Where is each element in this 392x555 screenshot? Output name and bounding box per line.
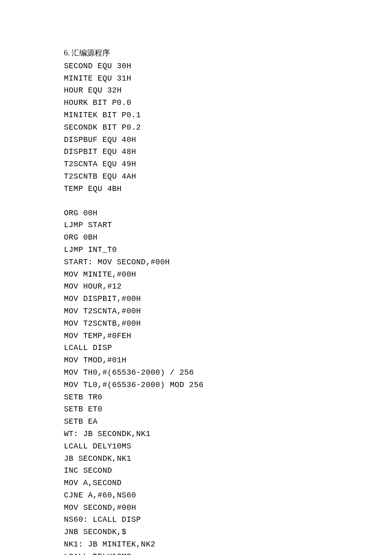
- code-block: SECOND EQU 30HMINITE EQU 31HHOUR EQU 32H…: [64, 60, 328, 555]
- code-line: NK1: JB MINITEK,NK2: [64, 538, 328, 551]
- code-line: MOV T2SCNTB,#00H: [64, 318, 328, 330]
- code-line: ORG 0BH: [64, 231, 328, 244]
- code-line: NS60: LCALL DISP: [64, 514, 328, 526]
- code-line: MOV TL0,#(65536-2000) MOD 256: [64, 379, 328, 391]
- code-line: MINITE EQU 31H: [64, 72, 328, 85]
- code-line: HOURK BIT P0.0: [64, 97, 328, 109]
- code-line: MOV T2SCNTA,#00H: [64, 305, 328, 318]
- code-line: SETB EA: [64, 416, 328, 428]
- code-line: HOUR EQU 32H: [64, 84, 328, 97]
- blank-line: [64, 195, 328, 207]
- code-line: T2SCNTB EQU 4AH: [64, 171, 328, 183]
- code-line: LJMP INT_T0: [64, 244, 328, 256]
- code-line: MOV TMOD,#01H: [64, 354, 328, 367]
- code-line: T2SCNTA EQU 49H: [64, 158, 328, 171]
- code-line: TEMP EQU 4BH: [64, 183, 328, 195]
- code-line: MOV TH0,#(65536-2000) / 256: [64, 367, 328, 379]
- code-line: LCALL DELY10MS: [64, 551, 328, 555]
- code-line: DISPBIT EQU 48H: [64, 146, 328, 158]
- code-line: MOV A,SECOND: [64, 477, 328, 489]
- code-line: WT: JB SECONDK,NK1: [64, 428, 328, 440]
- code-line: JNB SECONDK,$: [64, 526, 328, 538]
- code-line: LCALL DISP: [64, 342, 328, 354]
- code-line: LCALL DELY10MS: [64, 440, 328, 453]
- code-line: JB SECONDK,NK1: [64, 453, 328, 465]
- code-line: SETB ET0: [64, 403, 328, 416]
- code-line: MOV HOUR,#12: [64, 280, 328, 293]
- code-line: ORG 00H: [64, 207, 328, 220]
- section-heading: 6. 汇编源程序: [64, 47, 328, 59]
- code-line: SECONDK BIT P0.2: [64, 121, 328, 134]
- code-line: MOV MINITE,#00H: [64, 269, 328, 281]
- code-line: LJMP START: [64, 219, 328, 231]
- code-line: MOV SECOND,#00H: [64, 502, 328, 514]
- code-line: SETB TR0: [64, 391, 328, 404]
- code-line: MINITEK BIT P0.1: [64, 109, 328, 121]
- code-line: DISPBUF EQU 40H: [64, 134, 328, 146]
- code-line: MOV DISPBIT,#00H: [64, 293, 328, 305]
- code-line: SECOND EQU 30H: [64, 60, 328, 72]
- code-line: MOV TEMP,#0FEH: [64, 330, 328, 342]
- code-line: START: MOV SECOND,#00H: [64, 256, 328, 269]
- code-line: CJNE A,#60,NS60: [64, 489, 328, 502]
- code-line: INC SECOND: [64, 465, 328, 477]
